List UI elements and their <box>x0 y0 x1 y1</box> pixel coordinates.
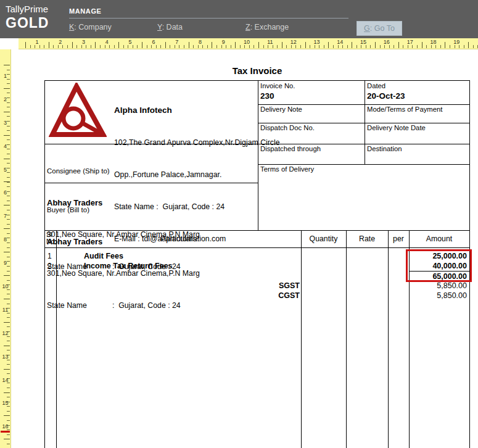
ruler-number: 12 <box>282 38 305 46</box>
buyer-heading: Buyer (Bill to) <box>47 206 256 214</box>
ruler-horizontal-numbers: 12345678910111213141516171819 <box>19 38 478 46</box>
dated-label: Dated <box>367 82 467 89</box>
item-quantity <box>301 261 346 271</box>
ruler-number: 7 <box>165 38 189 46</box>
tax-row: SGST 5,850.00 <box>45 281 469 291</box>
menu-item-company-label: : Company <box>74 23 111 31</box>
ruler-number: 15 <box>0 392 10 415</box>
ruler-number: 10 <box>0 275 10 299</box>
tax-amount: 5,850.00 <box>409 281 469 291</box>
menu-item-data-label: : Data <box>162 23 183 31</box>
menu-item-data[interactable]: Y: Data <box>157 23 245 31</box>
company-logo-icon <box>49 83 107 139</box>
app-title: TallyPrime <box>6 4 49 15</box>
tax-row: CGST 5,850.00 <box>45 291 469 301</box>
print-preview: Tax Invoice <box>11 49 478 448</box>
dispatched-through-label: Dispatched through <box>260 145 362 152</box>
dated-value: 20-Oct-23 <box>367 91 467 101</box>
menu-key-g: G <box>364 24 370 33</box>
col-header-quantity: Quantity <box>301 230 346 247</box>
dispatch-doc-cell: Dispatch Doc No. <box>258 123 365 144</box>
item-particulars: Audit Fees <box>56 251 301 261</box>
ruler-number: 6 <box>0 181 10 205</box>
consignee-heading: Consignee (Ship to) <box>47 167 256 175</box>
menu-item-company[interactable]: K: Company <box>69 23 157 31</box>
goto-button-label: : Go To <box>370 24 395 33</box>
ruler-number: 2 <box>0 88 10 112</box>
ruler-number: 9 <box>212 38 235 46</box>
ruler-number: 15 <box>352 38 375 46</box>
col-header-particulars: Particulars <box>56 230 301 247</box>
delivery-note-cell: Delivery Note <box>258 104 365 123</box>
buyer-block: Buyer (Bill to) Abhay Traders 301,Neo Sq… <box>45 183 258 230</box>
destination-label: Destination <box>367 145 467 152</box>
item-particulars: Income Tax Return Fees <box>56 261 301 271</box>
ruler-number: 3 <box>0 112 10 135</box>
menu-row: K: Company Y: Data Z: Exchange <box>69 19 348 31</box>
item-sl: 1 <box>45 251 56 261</box>
ruler-number: 19 <box>445 38 468 46</box>
goto-button[interactable]: G: Go To <box>356 21 402 36</box>
highlight-box <box>406 249 472 282</box>
ruler-number: 18 <box>422 38 445 46</box>
dispatched-through-cell: Dispatched through <box>258 144 365 164</box>
ruler-number: 3 <box>72 38 96 46</box>
delivery-note-date-cell: Delivery Note Date <box>365 123 469 144</box>
item-quantity <box>301 251 346 261</box>
ruler-number: 16 <box>0 415 10 439</box>
ruler-number: 14 <box>0 369 10 392</box>
manage-section: MANAGE K: Company Y: Data Z: Exchange <box>69 7 348 31</box>
ruler-number: 10 <box>235 38 258 46</box>
app-brand: TallyPrime GOLD <box>6 4 49 31</box>
terms-cell: Terms of Delivery <box>258 164 469 230</box>
app-window: TallyPrime GOLD MANAGE K: Company Y: Dat… <box>0 0 478 448</box>
delivery-note-label: Delivery Note <box>260 106 362 113</box>
item-rate <box>346 261 388 271</box>
items-table-header: Sl No. Particulars Quantity Rate per Amo… <box>45 230 469 247</box>
col-header-rate: Rate <box>346 230 388 247</box>
invoice: Alpha Infotech 102,The Grand Apurva Comp… <box>44 80 470 448</box>
ruler-number: 6 <box>142 38 165 46</box>
ruler-number: 8 <box>0 228 10 252</box>
company-block: Alpha Infotech 102,The Grand Apurva Comp… <box>45 81 258 144</box>
ruler-number: 13 <box>305 38 329 46</box>
ruler-number: 5 <box>118 38 142 46</box>
ruler-number: 16 <box>375 38 398 46</box>
item-sl: 2 <box>45 261 56 271</box>
manage-label: MANAGE <box>69 7 348 19</box>
ruler-number: 17 <box>398 38 422 46</box>
tax-label: SGST <box>56 281 301 291</box>
ruler-number: 7 <box>0 205 10 228</box>
delivery-note-date-label: Delivery Note Date <box>367 124 467 131</box>
ruler-number: 13 <box>0 346 10 369</box>
ruler-red-mark <box>1 431 10 433</box>
ruler-number: 4 <box>95 38 118 46</box>
items-table-body: 1 Audit Fees 25,000.00 2 Income Tax Retu… <box>45 247 469 448</box>
col-header-per: per <box>388 230 409 247</box>
tax-label: CGST <box>56 291 301 301</box>
app-edition: GOLD <box>6 15 49 31</box>
menu-key-y: Y <box>157 23 162 31</box>
ruler-number: 5 <box>0 159 10 182</box>
ruler-number: 1 <box>25 38 49 46</box>
ruler-number: 11 <box>0 299 10 322</box>
payment-mode-label: Mode/Terms of Payment <box>367 106 467 113</box>
ruler-horizontal: 12345678910111213141516171819 <box>19 38 478 49</box>
topbar: TallyPrime GOLD MANAGE K: Company Y: Dat… <box>0 0 478 38</box>
terms-label: Terms of Delivery <box>260 165 467 173</box>
ruler-number: 11 <box>258 38 282 46</box>
destination-cell: Destination <box>365 144 469 164</box>
payment-mode-cell: Mode/Terms of Payment <box>365 104 469 123</box>
ruler-number: 14 <box>328 38 352 46</box>
menu-item-exchange[interactable]: Z: Exchange <box>245 23 334 31</box>
ruler-number: 12 <box>0 322 10 346</box>
ruler-vertical: 12345678910111213141516 <box>0 49 11 448</box>
invoice-no-cell: Invoice No. 230 <box>258 81 365 104</box>
col-header-sl: Sl No. <box>45 230 56 247</box>
ruler-number: 2 <box>49 38 72 46</box>
ruler-number: 1 <box>0 65 10 88</box>
item-rate <box>346 251 388 261</box>
invoice-no-label: Invoice No. <box>260 82 362 89</box>
dated-cell: Dated 20-Oct-23 <box>365 81 469 104</box>
menu-key-z: Z <box>245 23 250 31</box>
